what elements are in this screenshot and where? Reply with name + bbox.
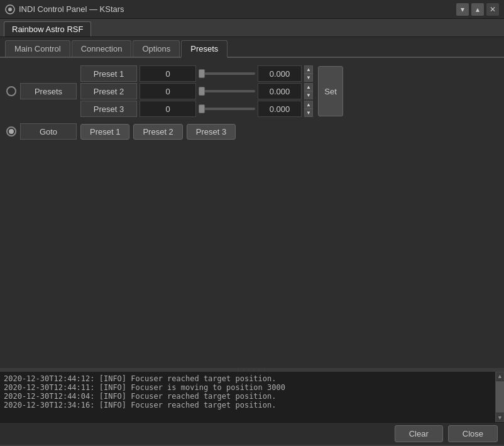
- preset-3-slider[interactable]: [199, 108, 255, 110]
- preset-row-2: Preset 2 0 0.000 ▲ ▼: [80, 83, 313, 99]
- window-title: INDI Control Panel — KStars: [19, 4, 124, 14]
- maximize-button[interactable]: ▴: [471, 3, 484, 16]
- titlebar-controls: ▾ ▴ ✕: [456, 3, 499, 16]
- preset-1-decimal[interactable]: 0.000: [258, 65, 302, 82]
- goto-radio[interactable]: [6, 126, 16, 137]
- close-button[interactable]: Close: [448, 425, 498, 442]
- preset-1-slider-container: [199, 65, 255, 82]
- goto-preset-2-button[interactable]: Preset 2: [133, 124, 182, 140]
- device-tabs: Rainbow Astro RSF: [0, 19, 504, 37]
- log-line-3: 2020-12-30T12:44:04: [INFO] Focuser reac…: [4, 392, 491, 401]
- scroll-up-arrow[interactable]: ▲: [496, 372, 504, 381]
- minimize-button[interactable]: ▾: [456, 3, 469, 16]
- set-button-container: Set: [317, 66, 344, 116]
- presets-radio[interactable]: [6, 86, 16, 96]
- goto-preset-3-button[interactable]: Preset 3: [187, 124, 236, 140]
- log-wrapper: 2020-12-30T12:44:12: [INFO] Focuser reac…: [0, 372, 504, 422]
- svg-point-1: [8, 8, 12, 11]
- titlebar: INDI Control Panel — KStars ▾ ▴ ✕: [0, 0, 504, 19]
- presets-group: Presets Preset 1 0 0.000 ▲ ▼: [6, 65, 498, 117]
- preset-3-spinbox: ▲ ▼: [304, 101, 313, 117]
- scroll-track[interactable]: [496, 381, 504, 413]
- preset-2-slider[interactable]: [199, 90, 255, 92]
- app-icon: [5, 4, 15, 14]
- titlebar-left: INDI Control Panel — KStars: [5, 4, 124, 14]
- close-window-button[interactable]: ✕: [486, 3, 499, 16]
- preset-1-name: Preset 1: [80, 65, 137, 82]
- preset-1-up-arrow[interactable]: ▲: [304, 65, 313, 74]
- scroll-down-arrow[interactable]: ▼: [496, 413, 504, 422]
- preset-1-slider[interactable]: [199, 72, 255, 75]
- preset-3-slider-container: [199, 101, 255, 117]
- preset-3-value[interactable]: 0: [140, 101, 196, 117]
- presets-section: Presets Preset 1 0 0.000 ▲ ▼: [6, 65, 498, 140]
- preset-1-slider-handle: [199, 69, 205, 78]
- content-area: Presets Preset 1 0 0.000 ▲ ▼: [0, 58, 504, 368]
- preset-3-up-arrow[interactable]: ▲: [304, 101, 313, 109]
- clear-button[interactable]: Clear: [395, 425, 443, 442]
- main-tabs: Main Control Connection Options Presets: [0, 37, 504, 58]
- preset-2-slider-handle: [199, 87, 205, 96]
- preset-3-slider-handle: [199, 104, 205, 113]
- preset-2-decimal[interactable]: 0.000: [258, 83, 302, 99]
- preset-row-1: Preset 1 0 0.000 ▲ ▼: [80, 65, 313, 82]
- device-tab-rainbow[interactable]: Rainbow Astro RSF: [4, 21, 91, 36]
- preset-1-spinbox: ▲ ▼: [304, 65, 313, 82]
- tab-main-control[interactable]: Main Control: [5, 40, 70, 57]
- log-line-1: 2020-12-30T12:44:12: [INFO] Focuser reac…: [4, 374, 491, 383]
- preset-3-name: Preset 3: [80, 101, 137, 117]
- goto-preset-1-button[interactable]: Preset 1: [80, 124, 129, 140]
- presets-label: Presets: [20, 83, 77, 99]
- log-scrollbar[interactable]: ▲ ▼: [495, 372, 504, 422]
- preset-3-down-arrow[interactable]: ▼: [304, 109, 313, 117]
- goto-label: Goto: [20, 123, 77, 140]
- preset-2-slider-container: [199, 83, 255, 99]
- log-area: 2020-12-30T12:44:12: [INFO] Focuser reac…: [0, 372, 495, 422]
- tab-presets[interactable]: Presets: [181, 40, 227, 58]
- preset-1-value[interactable]: 0: [140, 65, 196, 82]
- preset-2-name: Preset 2: [80, 83, 137, 99]
- preset-2-value[interactable]: 0: [140, 83, 196, 99]
- preset-3-decimal[interactable]: 0.000: [258, 101, 302, 117]
- tab-options[interactable]: Options: [133, 40, 180, 57]
- tab-connection[interactable]: Connection: [72, 40, 132, 57]
- preset-2-down-arrow[interactable]: ▼: [304, 91, 313, 99]
- preset-1-down-arrow[interactable]: ▼: [304, 74, 313, 82]
- bottom-bar: Clear Close: [0, 422, 504, 445]
- preset-2-up-arrow[interactable]: ▲: [304, 83, 313, 91]
- presets-inputs-block: Preset 1 0 0.000 ▲ ▼ Preset 2: [80, 65, 313, 117]
- log-line-4: 2020-12-30T12:34:16: [INFO] Focuser reac…: [4, 401, 491, 410]
- set-button[interactable]: Set: [318, 66, 343, 116]
- preset-row-3: Preset 3 0 0.000 ▲ ▼: [80, 101, 313, 117]
- goto-group: Goto Preset 1 Preset 2 Preset 3: [6, 123, 498, 140]
- log-line-2: 2020-12-30T12:44:11: [INFO] Focuser is m…: [4, 383, 491, 392]
- preset-2-spinbox: ▲ ▼: [304, 83, 313, 99]
